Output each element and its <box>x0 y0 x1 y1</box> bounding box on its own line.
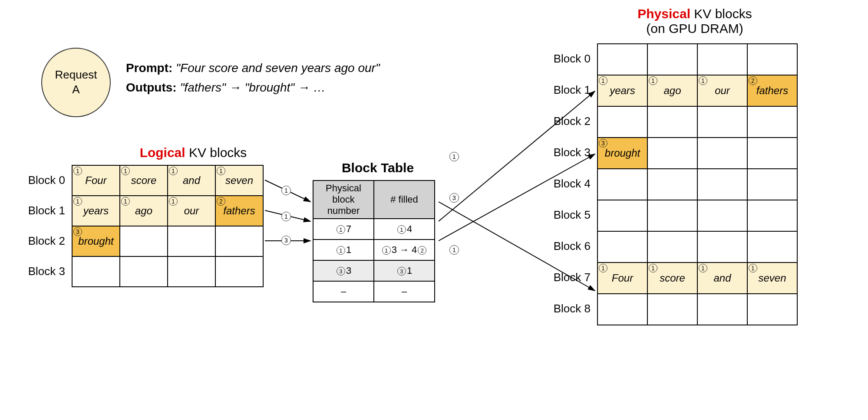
physical-cell: 2fathers <box>747 75 797 106</box>
physical-cell <box>597 294 647 325</box>
step-badge: 1 <box>337 225 345 234</box>
physical-cell <box>597 231 647 262</box>
prompt-text: "Four score and seven years ago our" <box>176 61 380 75</box>
logical-cell <box>215 256 263 287</box>
physical-row-label: Block 4 <box>543 177 591 190</box>
physical-cell: 1ago <box>647 75 697 106</box>
prompt-label: Prompt: <box>126 61 172 75</box>
physical-cell <box>597 169 647 200</box>
logical-cell <box>72 256 120 287</box>
physical-row-label: Block 2 <box>543 115 591 128</box>
step-badge: 1 <box>649 76 657 85</box>
logical-cell <box>215 226 263 256</box>
physical-cell: 1and <box>697 262 747 294</box>
physical-cell <box>647 200 697 231</box>
physical-cell <box>647 294 697 325</box>
request-label: Request A <box>55 68 97 97</box>
physical-row-label: Block 0 <box>543 52 591 66</box>
step-badge: 1 <box>397 225 406 234</box>
logical-title: Logical KV blocks <box>117 145 269 160</box>
physical-cell <box>697 169 747 200</box>
physical-row-label: Block 8 <box>543 302 591 315</box>
arrow-badge-r1: 3 <box>449 193 459 203</box>
physical-cell <box>747 231 797 262</box>
step-badge: 1 <box>169 197 178 206</box>
physical-row-label: Block 3 <box>543 146 591 159</box>
block-table-title: Block Table <box>313 161 443 175</box>
step-badge: 3 <box>397 267 406 276</box>
physical-cell <box>597 44 647 75</box>
physical-kv-grid: 1years1ago1our2fathers3brought1Four1scor… <box>597 43 798 325</box>
physical-title-red: Physical <box>637 7 690 21</box>
arrow-badge-r0: 1 <box>449 152 459 161</box>
logical-cell: 1seven <box>215 165 263 196</box>
step-badge: 1 <box>73 167 82 175</box>
step-badge: 1 <box>599 264 607 272</box>
logical-cell: 1score <box>120 165 168 196</box>
logical-row-label-2: Block 2 <box>17 234 65 248</box>
physical-row-label: Block 6 <box>543 240 591 253</box>
physical-subtitle: (on GPU DRAM) <box>646 21 743 36</box>
step-badge: 1 <box>337 246 345 255</box>
physical-row-label: Block 1 <box>543 83 591 97</box>
physical-cell <box>747 169 797 200</box>
bt-phys-num: 33 <box>313 260 374 281</box>
logical-cell <box>168 226 215 256</box>
physical-cell <box>747 294 797 325</box>
svg-line-5 <box>439 154 595 241</box>
physical-cell <box>697 294 747 325</box>
logical-title-red: Logical <box>140 145 185 160</box>
logical-cell <box>168 256 215 287</box>
request-circle: Request A <box>41 48 111 117</box>
physical-title: Physical KV blocks (on GPU DRAM) <box>586 7 803 36</box>
bt-filled: 31 <box>374 260 435 281</box>
step-badge: 1 <box>649 264 657 272</box>
physical-cell: 1score <box>647 262 697 294</box>
physical-cell <box>697 106 747 138</box>
step-badge: 1 <box>73 197 82 206</box>
bt-filled: 13 → 42 <box>374 240 435 260</box>
bt-filled: – <box>374 281 435 302</box>
physical-cell: 3brought <box>597 138 647 169</box>
arrow-badge-l1: 1 <box>281 212 291 221</box>
physical-title-rest: KV blocks <box>690 7 752 21</box>
physical-cell <box>697 200 747 231</box>
logical-cell: 1years <box>72 196 120 226</box>
step-badge: 2 <box>418 246 426 255</box>
physical-cell <box>647 138 697 169</box>
block-table: Physical block number# filled17141113 → … <box>313 180 435 302</box>
step-badge: 1 <box>121 167 130 175</box>
physical-cell <box>647 44 697 75</box>
block-table-header: Physical block number <box>313 180 374 219</box>
logical-cell: 1Four <box>72 165 120 196</box>
physical-cell <box>697 44 747 75</box>
outputs-label: Outputs: <box>126 81 177 94</box>
logical-cell: 1and <box>168 165 215 196</box>
step-badge: 2 <box>217 197 225 206</box>
logical-row-label-1: Block 1 <box>17 204 65 217</box>
physical-cell <box>747 200 797 231</box>
step-badge: 1 <box>599 76 607 85</box>
physical-cell <box>697 231 747 262</box>
physical-cell: 1our <box>697 75 747 106</box>
step-badge: 3 <box>599 139 607 148</box>
physical-cell <box>597 106 647 138</box>
bt-filled: 14 <box>374 219 435 240</box>
logical-cell <box>120 256 168 287</box>
outputs-text: "fathers" → "brought" → … <box>180 81 325 94</box>
physical-cell: 1seven <box>747 262 797 294</box>
physical-cell <box>747 106 797 138</box>
arrow-badge-l0: 1 <box>281 186 291 195</box>
bt-phys-num: – <box>313 281 374 302</box>
physical-cell: 1Four <box>597 262 647 294</box>
step-badge: 2 <box>749 76 757 85</box>
physical-row-label: Block 5 <box>543 208 591 222</box>
logical-cell: 3brought <box>72 226 120 256</box>
step-badge: 1 <box>217 167 225 175</box>
arrow-badge-r2: 1 <box>449 245 459 255</box>
physical-row-label: Block 7 <box>543 271 591 284</box>
logical-row-label-0: Block 0 <box>17 174 65 187</box>
physical-cell <box>647 169 697 200</box>
physical-cell <box>647 106 697 138</box>
logical-cell: 2fathers <box>215 196 263 226</box>
